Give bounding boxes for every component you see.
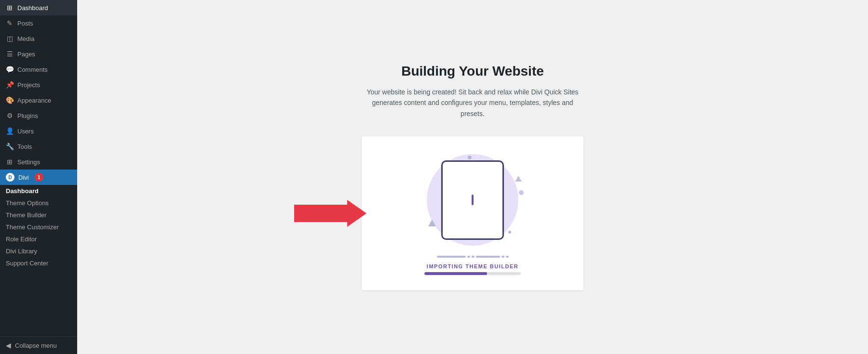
device-cursor — [472, 195, 474, 205]
sidebar-item-tools[interactable]: 🔧 Tools — [0, 139, 77, 154]
sidebar-item-media[interactable]: ◫ Media — [0, 31, 77, 46]
projects-icon: 📌 — [6, 81, 14, 89]
animation-card: IMPORTING THEME BUILDER — [362, 136, 583, 290]
tools-icon: 🔧 — [6, 143, 14, 150]
users-icon: 👤 — [6, 127, 14, 135]
plugins-icon: ⚙ — [6, 112, 14, 119]
divi-icon: D — [6, 173, 14, 182]
dashboard-icon: ⊞ — [6, 4, 14, 12]
sidebar-item-label: Pages — [17, 51, 35, 58]
sidebar-item-label: Media — [17, 35, 34, 42]
arrow-body — [294, 205, 347, 222]
bottom-line-5 — [502, 256, 504, 258]
progress-section: IMPORTING THEME BUILDER — [424, 263, 521, 275]
illustration: IMPORTING THEME BUILDER — [420, 152, 526, 275]
deco-dot-3 — [508, 231, 511, 234]
divi-label: Divi — [18, 174, 29, 181]
arrow-head — [347, 200, 366, 227]
appearance-icon: 🎨 — [6, 96, 14, 104]
divi-submenu-theme-options[interactable]: Theme Options — [0, 197, 77, 209]
pages-icon: ☰ — [6, 50, 14, 58]
importing-label: IMPORTING THEME BUILDER — [427, 263, 518, 269]
deco-triangle-2 — [515, 176, 522, 182]
bottom-line-2 — [467, 256, 470, 258]
settings-icon: ⊞ — [6, 158, 14, 166]
sidebar-item-label: Users — [17, 128, 34, 135]
bottom-line-6 — [506, 256, 509, 258]
sidebar-item-dashboard[interactable]: ⊞ Dashboard — [0, 0, 77, 15]
divi-submenu-role-editor[interactable]: Role Editor — [0, 233, 77, 245]
sidebar-item-label: Tools — [17, 143, 32, 150]
media-icon: ◫ — [6, 35, 14, 42]
deco-triangle-1 — [428, 220, 436, 226]
device-tablet — [441, 160, 504, 240]
comments-icon: 💬 — [6, 66, 14, 73]
divi-menu-header[interactable]: D Divi 1 — [0, 170, 77, 185]
main-content: Building Your Website Your website is be… — [77, 0, 868, 354]
collapse-icon: ◀ — [6, 341, 11, 349]
bottom-line-4 — [476, 256, 500, 258]
divi-submenu: Dashboard Theme Options Theme Builder Th… — [0, 185, 77, 269]
sidebar-item-label: Settings — [17, 158, 40, 166]
deco-dot-2 — [519, 190, 524, 195]
sidebar-item-label: Appearance — [17, 97, 51, 104]
progress-bar-fill — [424, 272, 487, 275]
divi-submenu-theme-builder[interactable]: Theme Builder — [0, 209, 77, 221]
collapse-label: Collapse menu — [15, 342, 57, 349]
big-arrow — [294, 200, 366, 227]
sidebar-item-pages[interactable]: ☰ Pages — [0, 46, 77, 62]
sidebar-item-settings[interactable]: ⊞ Settings — [0, 154, 77, 170]
posts-icon: ✎ — [6, 19, 14, 27]
sidebar-item-users[interactable]: 👤 Users — [0, 123, 77, 139]
collapse-menu-button[interactable]: ◀ Collapse menu — [0, 336, 77, 354]
bottom-lines — [437, 256, 509, 258]
sidebar-item-label: Posts — [17, 20, 33, 27]
page-title: Building Your Website — [401, 64, 544, 79]
sidebar-item-posts[interactable]: ✎ Posts — [0, 15, 77, 31]
sidebar-item-projects[interactable]: 📌 Projects — [0, 77, 77, 92]
divi-submenu-support-center[interactable]: Support Center — [0, 257, 77, 269]
divi-submenu-theme-customizer[interactable]: Theme Customizer — [0, 221, 77, 233]
page-subtitle: Your website is being created! Sit back … — [366, 87, 579, 119]
divi-submenu-dashboard[interactable]: Dashboard — [0, 185, 77, 197]
sidebar-item-label: Projects — [17, 81, 40, 89]
sidebar-item-appearance[interactable]: 🎨 Appearance — [0, 92, 77, 108]
sidebar: ⊞ Dashboard ✎ Posts ◫ Media ☰ Pages 💬 Co… — [0, 0, 77, 354]
sidebar-item-plugins[interactable]: ⚙ Plugins — [0, 108, 77, 123]
sidebar-item-label: Dashboard — [17, 4, 48, 12]
bottom-line-3 — [472, 256, 475, 258]
sidebar-item-comments[interactable]: 💬 Comments — [0, 62, 77, 77]
illus-circle — [420, 152, 526, 248]
sidebar-item-label: Plugins — [17, 112, 38, 119]
progress-bar-container — [424, 272, 521, 275]
sidebar-item-label: Comments — [17, 66, 48, 73]
divi-submenu-divi-library[interactable]: Divi Library — [0, 245, 77, 257]
bottom-line-1 — [437, 256, 466, 258]
divi-badge: 1 — [35, 173, 43, 182]
